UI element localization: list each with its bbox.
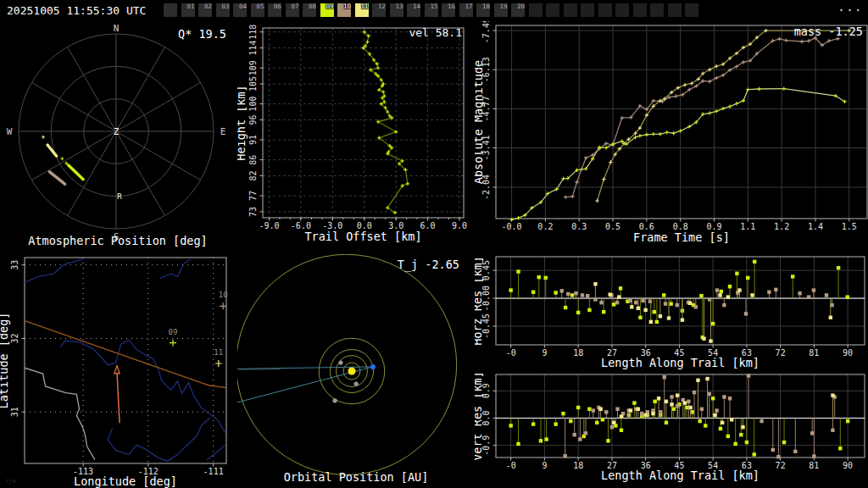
frame-tiles: 0102030405060708091011121314151617181920 [164, 3, 703, 18]
svg-text:6.0: 6.0 [420, 221, 436, 230]
svg-text:-9.0: -9.0 [259, 221, 279, 230]
svg-text:-7.49: -7.49 [481, 21, 491, 43]
frame-tile-09[interactable]: 09 [320, 3, 334, 17]
frame-tile-18[interactable]: 18 [476, 3, 490, 17]
map-station-11: 11 [214, 348, 223, 367]
frame-tile-14[interactable]: 14 [407, 3, 420, 17]
frame-tile-blank[interactable] [633, 3, 647, 17]
frame-tile-blank[interactable] [685, 3, 698, 17]
frame-tile-03[interactable]: 03 [216, 3, 230, 17]
frame-tile-06[interactable]: 06 [268, 3, 281, 17]
frame-tile-12[interactable]: 12 [372, 3, 386, 17]
svg-text:Absolute Magnitude: Absolute Magnitude [475, 60, 485, 184]
svg-text:72: 72 [776, 348, 786, 358]
frame-tile-blank[interactable] [581, 3, 594, 17]
frame-tile-blank[interactable] [650, 3, 664, 17]
velocity-annotation: vel 58.1 [409, 26, 462, 39]
frame-tile-label: 17 [465, 3, 472, 10]
svg-text:1.4: 1.4 [808, 222, 823, 231]
frame-tile-label: 14 [413, 3, 420, 10]
series-11 [595, 29, 851, 202]
svg-text:90: 90 [843, 461, 853, 470]
svg-text:82: 82 [248, 170, 258, 180]
svg-text:18: 18 [573, 461, 583, 470]
frame-tile-blank[interactable] [164, 3, 177, 17]
frame-tile-label: 19 [499, 3, 507, 10]
svg-text:-111: -111 [203, 467, 224, 476]
trail-offset-plot: -9.0-6.0-3.00.03.06.09.07377828691961001… [237, 21, 475, 254]
frame-tile-04[interactable]: 04 [233, 3, 247, 17]
frame-tile-20[interactable]: 20 [511, 3, 525, 17]
light-curve-plot: -0.00.20.30.50.60.80.91.11.21.41.5-7.49-… [475, 21, 868, 254]
frame-tile-label: 01 [186, 3, 194, 10]
tisserand-annotation: T_j -2.65 [398, 258, 459, 272]
frame-tile-blank[interactable] [564, 3, 577, 17]
planet-dot [338, 360, 342, 364]
frame-tile-17[interactable]: 17 [459, 3, 473, 17]
frame-tile-blank[interactable] [615, 3, 629, 17]
svg-text:Longitude [deg]: Longitude [deg] [74, 474, 177, 488]
svg-text:33: 33 [10, 260, 19, 270]
frame-tile-blank[interactable] [529, 3, 542, 17]
frame-tile-08[interactable]: 08 [303, 3, 316, 17]
svg-text:Length Along Trail [km]: Length Along Trail [km] [601, 469, 760, 482]
svg-text:-0: -0 [506, 461, 516, 470]
frame-tile-07[interactable]: 07 [286, 3, 299, 17]
axes: -091827364554637281900.90.0-0.9 [481, 374, 865, 470]
orbital-position-plot: T_j -2.65Orbital Position [AU] [237, 254, 475, 488]
frame-tile-19[interactable]: 19 [494, 3, 508, 17]
trail-09 [60, 157, 83, 179]
svg-text:31: 31 [10, 407, 19, 417]
svg-text:Z: Z [114, 126, 120, 137]
svg-text:Horz Res [km]: Horz Res [km] [475, 256, 484, 346]
frame-tile-label: 16 [448, 3, 455, 10]
svg-text:32: 32 [10, 333, 19, 343]
frame-tile-10[interactable]: 10 [337, 3, 351, 17]
svg-text:E: E [220, 126, 226, 137]
frame-tile-13[interactable]: 13 [390, 3, 403, 17]
axes: -0.00.20.30.50.60.80.91.11.21.41.5-7.49-… [481, 21, 867, 231]
frame-tile-label: 02 [204, 3, 212, 10]
panel-horz-residuals: -091827364554637281900.45-0.00-0.45Lengt… [475, 254, 868, 370]
axes: -091827364554637281900.45-0.00-0.45 [481, 257, 865, 358]
frame-tile-15[interactable]: 15 [425, 3, 438, 17]
svg-text:R: R [117, 192, 122, 201]
svg-text:0.5: 0.5 [605, 222, 620, 231]
frame-tile-11[interactable]: 11 [355, 3, 369, 17]
panel-ground-map: -113-112-111313233Longitude [deg]Latitud… [0, 254, 237, 488]
horz-res-plot: -091827364554637281900.45-0.00-0.45Lengt… [475, 254, 868, 370]
svg-text:Frame Time [s]: Frame Time [s] [633, 230, 730, 244]
svg-text:1.1: 1.1 [740, 222, 755, 231]
orbits [237, 254, 457, 474]
frame-tile-label: 11 [360, 3, 368, 10]
direction-arrow [117, 373, 120, 423]
svg-text:0.3: 0.3 [571, 222, 587, 231]
svg-text:N: N [114, 23, 120, 34]
orbit-caption: Orbital Position [AU] [284, 470, 429, 484]
frame-tile-label: 04 [239, 3, 247, 10]
menu-ellipsis[interactable]: ... [837, 0, 863, 14]
header-bar: 20251005 11:55:30 UTC 010203040506070809… [0, 0, 868, 21]
svg-text:118: 118 [248, 25, 258, 40]
svg-text:109: 109 [248, 60, 258, 75]
trail-11 [42, 136, 57, 157]
svg-text:11: 11 [214, 348, 223, 357]
watermark: rjw [5, 478, 16, 485]
svg-text:1.5: 1.5 [842, 222, 857, 231]
frame-tile-02[interactable]: 02 [198, 3, 212, 17]
frame-tile-blank[interactable] [598, 3, 612, 17]
frame-tile-blank[interactable] [546, 3, 559, 17]
svg-text:90: 90 [843, 348, 853, 358]
planet-dot [333, 398, 337, 402]
frame-tile-05[interactable]: 05 [251, 3, 264, 17]
q-annotation: Q* 19.5 [178, 27, 226, 41]
meteor-analysis-app: 20251005 11:55:30 UTC 010203040506070809… [0, 0, 868, 488]
frame-tile-label: 20 [517, 3, 525, 10]
frame-tile-blank[interactable] [668, 3, 682, 17]
axes: -113-112-111313233 [10, 258, 226, 476]
svg-text:W: W [7, 126, 13, 137]
svg-text:100: 100 [248, 97, 258, 112]
sun-dot [348, 368, 356, 375]
frame-tile-01[interactable]: 01 [181, 3, 195, 17]
frame-tile-16[interactable]: 16 [442, 3, 455, 17]
